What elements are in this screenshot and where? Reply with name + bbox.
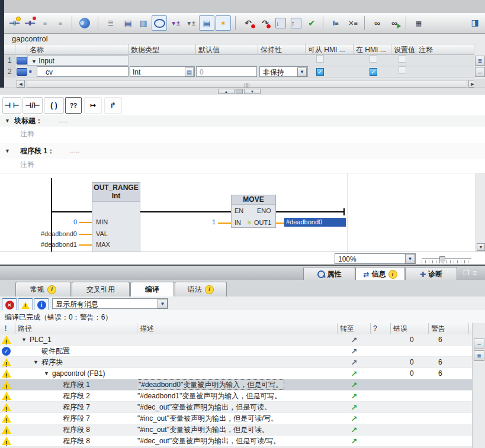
window-split-icon[interactable]: ▤ [121, 16, 135, 30]
hmi-access-checkbox[interactable] [316, 55, 324, 63]
absolute-operands-icon[interactable]: I≡ [323, 16, 345, 30]
task-card-window-icon[interactable]: ◨ [468, 15, 482, 30]
col-default[interactable]: 默认值 [196, 44, 258, 55]
window-list-icon[interactable]: ≡ [473, 269, 477, 277]
network-comment-row[interactable]: 注释 [0, 159, 485, 173]
goto-arrow-icon[interactable]: ↗ [338, 413, 371, 424]
splitter-down-icon[interactable]: ▼ [244, 89, 261, 94]
tab-info[interactable]: ⇄ 信息 i [355, 267, 405, 281]
pin-max[interactable]: MAX [96, 241, 110, 248]
delete-network-icon[interactable]: ⊣⊢ [23, 16, 37, 30]
table-row[interactable]: !✓ 硬件配置 ↗ [0, 346, 472, 357]
message-filter-combobox[interactable]: 显示所有消息 ▼ [52, 298, 168, 309]
window-layout-icon[interactable]: ▥ [136, 16, 150, 30]
expand-fb-calls-icon[interactable]: ▼± [168, 16, 182, 30]
go-offline-icon[interactable]: ↷ [258, 16, 272, 30]
row-description[interactable] [137, 334, 336, 346]
splitter-grip[interactable] [236, 89, 243, 94]
network-title-dots[interactable]: ..... [70, 146, 80, 154]
ladder-canvas[interactable]: OUT_RANGE Int MIN VAL MAX 0 #deadbond0 #… [0, 173, 485, 252]
remove-operands-icon[interactable]: ✕≡ [346, 16, 360, 30]
col-question[interactable]: ? [371, 323, 391, 334]
table-row[interactable]: 2 ■ cv Int▤ 0 非保持▼ ✓ ✓ [4, 66, 474, 78]
goto-arrow-icon[interactable]: ↗ [338, 357, 371, 368]
row-description[interactable] [137, 368, 336, 379]
col-retain[interactable]: 保持性 [258, 44, 306, 55]
tab-general[interactable]: 常规 i [15, 282, 71, 296]
block-comment-row[interactable]: 注释 [0, 127, 485, 144]
row-description[interactable]: "#dec_out"变量被声明为输出，但是可读。 [137, 402, 336, 413]
scroll-down-icon[interactable]: ▼ [477, 243, 485, 251]
reset-start-icon[interactable]: ≡ [38, 16, 52, 30]
block-title-row[interactable]: ▼ 块标题： ..... [0, 115, 485, 127]
val-operand[interactable]: #deadbond0 [24, 230, 77, 237]
datatype-selector-icon[interactable]: ▤ [185, 67, 194, 76]
table-row[interactable]: 1 ▼ Input [4, 55, 474, 66]
max-operand[interactable]: #deadbond1 [24, 241, 77, 248]
zoom-combobox[interactable]: 100% ▼ [335, 253, 416, 264]
tab-compile[interactable]: 编译 [130, 282, 174, 296]
goto-arrow-icon[interactable]: ↗ [338, 391, 371, 402]
out-operand-selected[interactable]: #deadbond0 [284, 218, 346, 227]
goto-arrow-icon[interactable]: ↗ [338, 402, 371, 413]
go-online-icon[interactable]: ↶ [235, 16, 257, 30]
expander-icon[interactable]: ▼ [33, 357, 41, 368]
table-row[interactable]: !✓ ▼PLC_1 ↗ 0 6 [0, 334, 472, 346]
goto-arrow-icon[interactable]: ↗ [338, 436, 371, 447]
col-hmi-visible[interactable]: 在 HMI ... [354, 44, 391, 55]
var-retain-field[interactable]: 非保持▼ [259, 66, 308, 77]
col-comment[interactable]: 注释 [416, 44, 474, 55]
var-default-field[interactable]: 0 [196, 66, 257, 77]
col-goto[interactable]: 转至 [338, 323, 371, 334]
side-arrows-icon[interactable]: ↔ [475, 67, 485, 77]
col-datatype[interactable]: 数据类型 [129, 44, 196, 55]
col-errors[interactable]: 错误 [391, 323, 429, 334]
call-structure-icon[interactable]: ▦ [406, 16, 428, 30]
ladder-vscrollbar[interactable]: ▼ [476, 173, 485, 252]
col-name[interactable]: 名称 [27, 44, 129, 55]
keep-actual-values-icon[interactable]: ❄ [79, 18, 90, 28]
hmi-access-checkbox[interactable]: ✓ [316, 68, 324, 76]
upload-from-device-icon[interactable]: ↑ [291, 18, 301, 28]
free-form-comments-icon[interactable]: ✶ [216, 15, 231, 31]
side-arrows-icon[interactable]: ↔ [474, 339, 484, 349]
block-interface-icon[interactable]: ☰ [98, 16, 120, 30]
collapse-icon[interactable]: ▼ [5, 118, 10, 124]
col-setpoint[interactable]: 设置值 [391, 44, 416, 55]
row-description[interactable]: "#dec_out"变量被声明为输出，但是可读/写。 [137, 436, 336, 447]
download-to-device-icon[interactable]: ↓ [275, 18, 286, 28]
open-branch-button[interactable]: ↦ [84, 97, 102, 114]
reset-start-values-icon[interactable]: ≡ [53, 16, 68, 30]
table-row[interactable]: !✓ 程序段 2 "#deadbond1"变量被声明为输入，但是可写。 ↗ [0, 391, 472, 402]
goto-arrow-icon[interactable]: ↗ [338, 346, 371, 357]
pin-en[interactable]: EN [235, 207, 243, 214]
message-table-scrollbar[interactable]: ↔ ≣ [472, 323, 485, 448]
insert-network-icon[interactable]: ⊣⊢ [7, 16, 21, 30]
empty-box-button[interactable]: ?? [65, 97, 82, 114]
table-row[interactable]: !✓ 程序段 7 "#dec_out"变量被声明为输出，但是可读。 ↗ [0, 402, 472, 413]
scroll-left-icon[interactable]: ◄ [17, 80, 25, 88]
in-operand[interactable]: 1 [198, 218, 216, 225]
monitor-value-icon[interactable]: ∞ [364, 16, 386, 30]
expander-icon[interactable]: ▼ [44, 368, 52, 379]
tab-properties[interactable]: 属性 [303, 267, 355, 281]
pin-out1[interactable]: OUT1 [254, 219, 271, 226]
zoom-slider[interactable] [422, 258, 471, 263]
table-row[interactable]: !✓ 程序段 1 "#deadbond0"变量被声明为输入，但是可写。 ↗ [0, 379, 472, 391]
comments-toggle-icon[interactable] [154, 19, 165, 28]
pin-val[interactable]: VAL [96, 230, 108, 237]
no-contact-button[interactable]: ⊣ ⊢ [2, 97, 21, 114]
table-row[interactable]: !✓ 程序段 8 "#dec_out"变量被声明为输出，但是可读/写。 ↗ [0, 436, 472, 447]
side-list-icon[interactable]: ≣ [475, 56, 485, 66]
table-row[interactable]: !✓ 程序段 8 "#inc_out"变量被声明为输出，但是可读。 ↗ [0, 424, 472, 436]
table-row[interactable]: !✓ 程序段 7 "#inc_out"变量被声明为输出，但是可读/写。 ↗ [0, 413, 472, 424]
col-warnings[interactable]: 警告 [429, 323, 469, 334]
tab-diagnostics[interactable]: ✚ 诊断 [405, 267, 457, 281]
hmi-visible-checkbox[interactable]: ✓ [370, 68, 377, 76]
collapse-icon[interactable]: ▼ [5, 148, 10, 154]
col-hmi-access[interactable]: 可从 HMI ... [306, 44, 354, 55]
compile-icon[interactable]: ✔ [304, 16, 319, 30]
setpoint-checkbox[interactable] [399, 66, 406, 74]
close-branch-button[interactable]: ↱ [104, 97, 122, 114]
zoom-dropdown-icon[interactable]: ▼ [405, 254, 415, 263]
